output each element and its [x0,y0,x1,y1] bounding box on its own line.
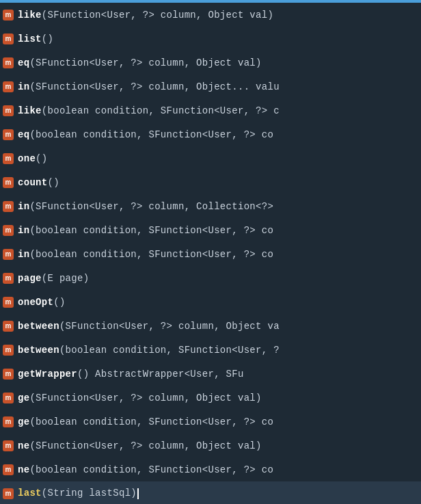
param-text: (SFunction<User, ?> column, Object val) [42,10,273,21]
method-icon: m [3,177,14,188]
method-icon: m [3,464,14,475]
code-text: like(SFunction<User, ?> column, Object v… [18,10,273,21]
list-item[interactable]: mlike(boolean condition, SFunction<User,… [0,98,421,122]
method-name: in [18,249,29,260]
list-item[interactable]: mgetWrapper() AbstractWrapper<User, SFu [0,362,421,386]
list-item[interactable]: min(SFunction<User, ?> column, Collectio… [0,194,421,218]
param-text: (SFunction<User, ?> column, Object... va… [29,81,279,92]
method-name: between [18,345,59,356]
param-text: () [48,177,59,188]
list-item[interactable]: mne(SFunction<User, ?> column, Object va… [0,434,421,457]
code-text: eq(SFunction<User, ?> column, Object val… [18,57,262,68]
list-item[interactable]: mlist() [0,27,421,51]
code-text: in(boolean condition, SFunction<User, ?>… [18,249,273,260]
code-text: one() [18,153,48,164]
method-name: list [18,34,42,44]
list-item[interactable]: mne(boolean condition, SFunction<User, ?… [0,457,421,481]
list-item[interactable]: mge(boolean condition, SFunction<User, ?… [0,410,421,434]
param-text: (E page) [42,273,90,284]
method-name: eq [18,129,29,140]
method-name: getWrapper [18,369,77,380]
method-icon: m [3,153,14,164]
param-text: (boolean condition, SFunction<User, ?> c… [29,129,273,140]
list-item[interactable]: mge(SFunction<User, ?> column, Object va… [0,386,421,410]
method-icon: m [3,10,14,21]
method-icon: m [3,369,14,380]
code-text: in(SFunction<User, ?> column, Collection… [18,201,273,212]
method-icon: m [3,57,14,68]
code-container: mlike(SFunction<User, ?> column, Object … [0,0,421,504]
list-item[interactable]: meq(SFunction<User, ?> column, Object va… [0,51,421,75]
param-text: () [36,153,47,164]
code-text: ne(SFunction<User, ?> column, Object val… [18,440,262,451]
param-text: (boolean condition, SFunction<User, ?> c… [29,464,273,475]
param-text: (SFunction<User, ?> column, Object va [59,321,280,332]
method-icon: m [3,345,14,356]
method-icon: m [3,321,14,332]
param-text: () [42,34,53,44]
list-item[interactable]: mlast(String lastSql) [0,481,421,504]
top-bar [0,0,421,3]
method-name: count [18,177,48,188]
list-item[interactable]: mpage(E page) [0,266,421,290]
method-name: page [18,273,42,284]
method-icon: m [3,393,14,403]
code-text: in(SFunction<User, ?> column, Object... … [18,81,280,92]
param-text: () [53,297,65,308]
text-cursor [137,488,139,499]
param-text: (String lastSql) [42,488,137,499]
code-text: list() [18,34,53,44]
list-item[interactable]: meq(boolean condition, SFunction<User, ?… [0,122,421,146]
method-name: in [18,201,29,212]
method-icon: m [3,81,14,92]
code-text: between(SFunction<User, ?> column, Objec… [18,321,280,332]
method-name: eq [18,57,29,68]
method-name: one [18,153,36,164]
list-item[interactable]: mone() [0,146,421,170]
list-item[interactable]: mcount() [0,170,421,194]
code-text: page(E page) [18,273,89,284]
code-text: between(boolean condition, SFunction<Use… [18,345,280,356]
method-icon: m [3,297,14,308]
param-text: (SFunction<User, ?> column, Collection<?… [29,201,273,212]
method-name: last [18,488,42,499]
param-text: (SFunction<User, ?> column, Object val) [29,440,261,451]
list-item[interactable]: mbetween(boolean condition, SFunction<Us… [0,338,421,362]
method-name: oneOpt [18,297,53,308]
code-text: count() [18,177,59,188]
method-icon: m [3,273,14,284]
method-icon: m [3,34,14,44]
list-item[interactable]: min(boolean condition, SFunction<User, ?… [0,242,421,266]
list-item[interactable]: min(boolean condition, SFunction<User, ?… [0,218,421,242]
code-text: eq(boolean condition, SFunction<User, ?>… [18,129,273,140]
code-text: last(String lastSql) [18,488,139,499]
list-item[interactable]: min(SFunction<User, ?> column, Object...… [0,75,421,98]
method-name: between [18,321,59,332]
code-text: oneOpt() [18,297,66,308]
param-text: (boolean condition, SFunction<User, ?> c… [29,225,273,236]
method-name: ge [18,393,29,403]
param-text: (SFunction<User, ?> column, Object val) [29,57,261,68]
method-name: ge [18,416,29,427]
param-text: (boolean condition, SFunction<User, ? [59,345,280,356]
code-text: getWrapper() AbstractWrapper<User, SFu [18,369,244,380]
method-icon: m [3,249,14,260]
code-text: ne(boolean condition, SFunction<User, ?>… [18,464,273,475]
method-icon: m [3,416,14,427]
list-item[interactable]: moneOpt() [0,290,421,314]
method-icon: m [3,225,14,236]
list-item[interactable]: mlike(SFunction<User, ?> column, Object … [0,3,421,27]
list-item[interactable]: mbetween(SFunction<User, ?> column, Obje… [0,314,421,338]
method-icon: m [3,105,14,116]
param-text: (boolean condition, SFunction<User, ?> c… [29,416,273,427]
param-text: (boolean condition, SFunction<User, ?> c… [29,249,273,260]
method-icon: m [3,440,14,451]
method-name: like [18,105,42,116]
method-icon: m [3,488,14,499]
method-icon: m [3,129,14,140]
method-name: ne [18,440,29,451]
code-text: in(boolean condition, SFunction<User, ?>… [18,225,273,236]
param-text: (boolean condition, SFunction<User, ?> c [42,105,280,116]
param-text: () AbstractWrapper<User, SFu [77,369,244,380]
method-name: like [18,10,42,21]
